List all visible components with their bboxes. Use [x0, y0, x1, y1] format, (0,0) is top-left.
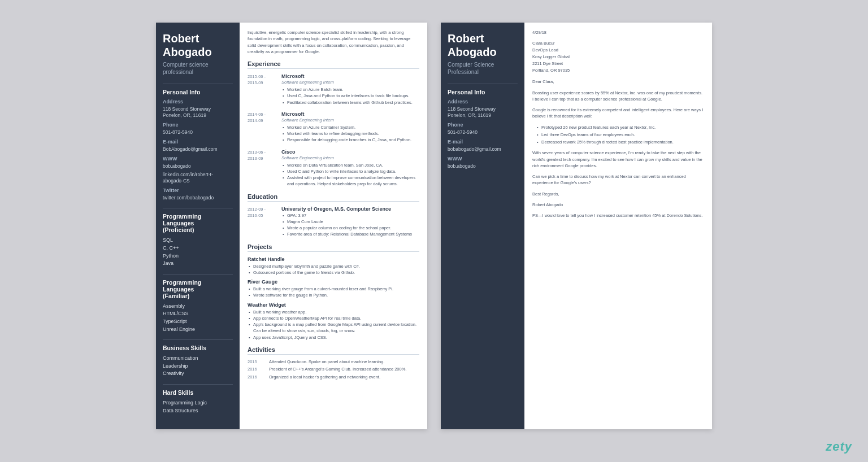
cover-name: Robert Abogado: [448, 32, 518, 59]
edu-body: University of Oregon, M.S. Computer Scie…: [281, 206, 419, 238]
list-item: TypeScript: [163, 318, 233, 325]
cover-para2: Google is renowned for its extremely com…: [532, 107, 704, 120]
activity-desc: Organized a local hacker's gathering and…: [269, 374, 380, 381]
personal-info-label: Personal Info: [163, 84, 233, 95]
activity-row: 2016President of C++'s Arcangel's Gaming…: [248, 367, 419, 373]
edu-school: University of Oregon, M.S. Computer Scie…: [281, 206, 419, 212]
experience-entry: 2015-06 - 2015-09MicrosoftSoftware Engin…: [248, 73, 419, 106]
cover-personal-info-label: Personal Info: [448, 84, 518, 95]
entry-company: Microsoft: [281, 111, 419, 117]
activities-list: 2015Attended Quackcon. Spoke on panel ab…: [248, 359, 419, 381]
entry-role: Software Engineering Intern: [281, 80, 419, 85]
prog-proficient-label: Programming Languages (Proficient): [163, 208, 233, 233]
entry-bullets: Worked on Azure Batch team.Used C, Java …: [281, 86, 419, 106]
bullet-item: App's background is a map pulled from Go…: [248, 321, 419, 334]
entry-role: Software Engineering Intern: [281, 155, 419, 160]
bullet-item: Built a working weather app.: [248, 309, 419, 315]
projects-list: Ratchet HandleDesigned multiplayer labyr…: [248, 256, 419, 341]
bullet-item: Facilitated collaboration between teams …: [281, 99, 419, 106]
cover-address-value: 118 Second Stoneway Ponelon, OR, 11619: [448, 106, 518, 119]
prog-proficient-list: SQLC, C++PythonJava: [163, 237, 233, 267]
bullet-item: GPA: 3.97: [281, 212, 419, 219]
entry-dates: 2013-06 - 2013-09: [248, 149, 277, 188]
hard-skills-list: Programming LogicData Structures: [163, 399, 233, 414]
experience-list: 2015-06 - 2015-09MicrosoftSoftware Engin…: [248, 73, 419, 188]
entry-dates: 2014-06 - 2014-09: [248, 111, 277, 143]
cover-letter-document: Robert Abogado Computer Science Professi…: [441, 23, 712, 429]
addressee-street: 2211 Dye Street: [532, 60, 704, 67]
email-value: BobAbogado@gmail.com: [163, 146, 233, 152]
cover-email-label: E-mail: [448, 139, 518, 145]
cover-sidebar: Robert Abogado Computer Science Professi…: [441, 23, 524, 429]
bullet-item: Wrote a popular column on coding for the…: [281, 225, 419, 231]
addressee-name: Clara Bucur: [532, 40, 704, 47]
activity-year: 2016: [248, 374, 264, 381]
address-value: 118 Second Stoneway Ponelon, OR, 11619: [163, 106, 233, 119]
project-bullets: Built a working river gauge from a culve…: [248, 286, 419, 299]
edu-dates: 2012-09 - 2016-05: [248, 206, 277, 238]
activity-year: 2016: [248, 367, 264, 373]
cover-address-label: Address: [448, 99, 518, 104]
education-entry: 2012-09 - 2016-05University of Oregon, M…: [248, 206, 419, 238]
entry-bullets: Worked on Azure Container System.Worked …: [281, 124, 419, 143]
entry-bullets: Worked on Data Virtualization team, San …: [281, 162, 419, 188]
cover-signature: Robert Abogado: [532, 202, 704, 208]
cover-closing: Best Regards,: [532, 191, 704, 197]
bullet-item: Worked with teams to refine debugging me…: [281, 130, 419, 137]
education-list: 2012-09 - 2016-05University of Oregon, M…: [248, 206, 419, 238]
bullet-item: Worked on Azure Batch team.: [281, 86, 419, 93]
twitter-label: Twitter: [163, 188, 233, 193]
list-item: SQL: [163, 237, 233, 244]
bullet-item: App connects to OpenWeatherMap API for r…: [248, 315, 419, 321]
bullet-item: Assisted with project to improve communi…: [281, 175, 419, 188]
activities-heading: Activities: [248, 346, 419, 355]
bullet-item: Outsourced portions of the game to frien…: [248, 269, 419, 276]
address-label: Address: [163, 99, 233, 104]
cover-bullet-item: Led three DevOps teams of four employees…: [536, 132, 704, 138]
entry-body: MicrosoftSoftware Engineering InternWork…: [281, 73, 419, 106]
twitter-value: twitter.com/bobabogado: [163, 195, 233, 201]
entry-body: CiscoSoftware Engineering InternWorked o…: [281, 149, 419, 188]
phone-value: 501-872-5940: [163, 129, 233, 136]
list-item: Communication: [163, 355, 233, 362]
list-item: Leadership: [163, 363, 233, 370]
edu-bullets: GPA: 3.97Magna Cum LaudeWrote a popular …: [281, 212, 419, 238]
list-item: Data Structures: [163, 407, 233, 415]
cover-addressee: Clara Bucur DevOps Lead Kosy Logger Glob…: [532, 40, 704, 74]
projects-heading: Projects: [248, 243, 419, 252]
business-skills-list: CommunicationLeadershipCreativity: [163, 355, 233, 377]
project-name: Ratchet Handle: [248, 256, 419, 262]
www-label: WWW: [163, 156, 233, 162]
activity-desc: President of C++'s Arcangel's Gaming Clu…: [269, 367, 406, 373]
list-item: Programming Logic: [163, 399, 233, 407]
resume-sidebar: Robert Abogado Computer science professi…: [156, 23, 240, 429]
resume-document: Robert Abogado Computer science professi…: [156, 23, 427, 429]
cover-phone-label: Phone: [448, 122, 518, 128]
entry-role: Software Engineering Intern: [281, 117, 419, 123]
list-item: Java: [163, 260, 233, 267]
list-item: Assembly: [163, 303, 233, 310]
hard-skills-label: Hard Skills: [163, 384, 233, 396]
cover-ps: PS—I would love to tell you how I increa…: [532, 212, 704, 219]
project-name: Weather Widget: [248, 302, 419, 308]
cover-salutation: Dear Clara,: [532, 79, 704, 85]
bullet-item: Used C, Java and Python to write interfa…: [281, 93, 419, 99]
entry-company: Cisco: [281, 149, 419, 155]
cover-bullet-item: Prototyped 26 new product features each …: [536, 124, 704, 130]
addressee-city: Portland, OR 97035: [532, 67, 704, 74]
cover-www-value: bob.abogado: [448, 163, 518, 169]
cover-email-value: bobabogado@gmail.com: [448, 146, 518, 152]
www-value: bob.abogado: [163, 163, 233, 169]
bullet-item: Wrote software for the gauge in Python.: [248, 292, 419, 298]
activity-year: 2015: [248, 359, 264, 365]
prog-familiar-list: AssemblyHTML/CSSTypeScriptUnreal Engine: [163, 303, 233, 333]
experience-entry: 2013-06 - 2013-09CiscoSoftware Engineeri…: [248, 149, 419, 188]
cover-bullet-item: Decreased rework 25% through directed be…: [536, 139, 704, 145]
bullet-item: Worked on Azure Container System.: [281, 124, 419, 130]
activity-desc: Attended Quackcon. Spoke on panel about …: [269, 359, 384, 365]
prog-familiar-label: Programming Languages (Familiar): [163, 274, 233, 299]
summary-text: Inquisitive, energetic computer science …: [248, 29, 419, 55]
addressee-title: DevOps Lead: [532, 47, 704, 54]
addressee-company: Kosy Logger Global: [532, 54, 704, 60]
bullet-item: App uses JavaScript, JQuery and CSS.: [248, 334, 419, 341]
